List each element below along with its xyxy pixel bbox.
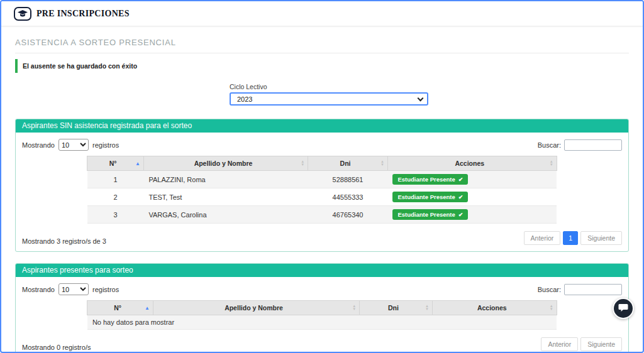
pagination-prev-button[interactable]: Anterior — [541, 337, 578, 351]
chat-bubble-icon — [618, 303, 628, 314]
showing-prefix-label: Mostrando — [22, 141, 55, 149]
row-number: 1 — [87, 171, 144, 188]
row-number: 2 — [87, 188, 144, 206]
pagination-next-button[interactable]: Siguiente — [580, 231, 622, 245]
empty-row: No hay datos para mostrar — [87, 315, 557, 330]
search-label: Buscar: — [538, 141, 561, 149]
main-content: ASISTENCIA A SORTEO PRESENCIAL El ausent… — [1, 38, 643, 353]
sort-icon: ▲▼ — [425, 305, 429, 311]
row-name: PALAZZINI, Roma — [143, 171, 308, 188]
presentes-table: N° ▲ Apellido y Nombre ▲▼ Dni — [87, 300, 557, 330]
row-name: TEST, Test — [143, 188, 308, 206]
sort-icon: ▲▼ — [352, 305, 356, 311]
check-icon: ✔ — [458, 194, 464, 200]
row-number: 3 — [87, 206, 144, 224]
estudiante-presente-label: Estudiante Presente — [397, 193, 455, 200]
sort-icon: ▲▼ — [550, 160, 553, 166]
table-row: 2 TEST, Test 44555333 Estudiante Present… — [87, 188, 557, 206]
app-title: PRE INSCRIPCIONES — [36, 9, 130, 19]
column-header-acciones[interactable]: Acciones ▲▼ — [432, 301, 557, 315]
page-title: ASISTENCIA A SORTEO PRESENCIAL — [15, 38, 629, 53]
page-size-select[interactable]: 10 — [58, 139, 89, 151]
sort-asc-icon: ▲ — [135, 161, 140, 166]
sort-asc-icon: ▲ — [145, 305, 150, 311]
table-row: 1 PALAZZINI, Roma 52888561 Estudiante Pr… — [87, 171, 557, 188]
chat-button[interactable] — [613, 298, 634, 319]
column-header-numero[interactable]: N° ▲ — [87, 156, 144, 171]
panel-presentes: Aspirantes presentes para sorteo Mostran… — [15, 263, 629, 353]
row-dni: 46765340 — [308, 206, 388, 224]
pagination-page-1-button[interactable]: 1 — [563, 231, 578, 245]
estudiante-presente-button[interactable]: Estudiante Presente ✔ — [392, 209, 468, 220]
check-icon: ✔ — [458, 176, 464, 183]
table-row: 3 VARGAS, Carolina 46765340 Estudiante P… — [87, 206, 557, 224]
search-input[interactable] — [564, 139, 622, 151]
pagination-prev-button[interactable]: Anterior — [524, 231, 561, 245]
column-header-apellido-nombre[interactable]: Apellido y Nombre ▲▼ — [143, 156, 308, 171]
graduation-cap-icon — [14, 7, 31, 21]
estudiante-presente-label: Estudiante Presente — [397, 211, 455, 218]
sin-asistencia-table: N° ▲ Apellido y Nombre ▲▼ Dni — [87, 156, 557, 224]
sort-icon: ▲▼ — [301, 160, 304, 166]
success-alert: El ausente se ha guardado con éxito — [15, 59, 629, 73]
row-dni: 52888561 — [308, 171, 388, 188]
showing-suffix-label: registros — [92, 141, 119, 149]
ciclo-lectivo-field: Ciclo Lectivo 2023 — [230, 83, 428, 106]
showing-prefix-label: Mostrando — [22, 286, 55, 293]
panel-presentes-title: Aspirantes presentes para sorteo — [16, 264, 628, 277]
ciclo-lectivo-select[interactable]: 2023 — [230, 92, 428, 106]
column-header-dni[interactable]: Dni ▲▼ — [308, 156, 388, 171]
column-header-numero[interactable]: N° ▲ — [87, 301, 153, 315]
row-dni: 44555333 — [308, 188, 388, 206]
pagination-next-button[interactable]: Siguiente — [580, 337, 622, 351]
column-header-dni[interactable]: Dni ▲▼ — [360, 301, 433, 315]
sort-icon: ▲▼ — [380, 160, 384, 166]
pagination: Anterior Siguiente — [538, 337, 622, 351]
estudiante-presente-button[interactable]: Estudiante Presente ✔ — [392, 192, 468, 202]
records-summary: Mostrando 0 registro/s — [22, 344, 91, 351]
column-header-acciones[interactable]: Acciones ▲▼ — [387, 156, 557, 171]
search-input[interactable] — [564, 284, 622, 295]
estudiante-presente-button[interactable]: Estudiante Presente ✔ — [392, 174, 468, 185]
ciclo-lectivo-label: Ciclo Lectivo — [230, 83, 428, 90]
page-size-select[interactable]: 10 — [58, 283, 89, 295]
panel-sin-asistencia-title: Aspirantes SIN asistencia registrada par… — [16, 119, 628, 133]
column-header-apellido-nombre[interactable]: Apellido y Nombre ▲▼ — [153, 301, 359, 315]
showing-suffix-label: registros — [92, 286, 119, 293]
app-header: PRE INSCRIPCIONES — [1, 1, 643, 26]
estudiante-presente-label: Estudiante Presente — [397, 176, 455, 183]
search-label: Buscar: — [538, 286, 561, 293]
pagination: Anterior 1 Siguiente — [521, 231, 622, 245]
records-summary: Mostrando 3 registro/s de 3 — [22, 237, 106, 245]
check-icon: ✔ — [458, 212, 464, 218]
panel-sin-asistencia: Aspirantes SIN asistencia registrada par… — [15, 119, 629, 252]
sort-icon: ▲▼ — [550, 305, 553, 311]
row-name: VARGAS, Carolina — [143, 206, 308, 224]
empty-message: No hay datos para mostrar — [87, 315, 557, 330]
